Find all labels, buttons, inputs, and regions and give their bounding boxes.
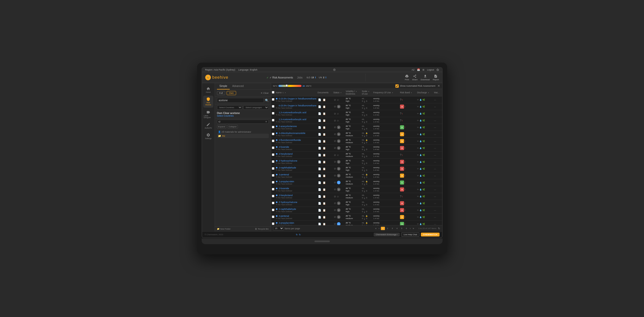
scale-s[interactable]: S (362, 162, 363, 164)
doc-button[interactable]: 📋 (322, 202, 326, 205)
chemical-name[interactable]: 2-hexyloctanol (279, 194, 293, 197)
select-countries-link[interactable]: Select Countries (217, 115, 269, 117)
doc-button[interactable]: 📋 (322, 222, 326, 225)
row-checkbox[interactable] (272, 98, 274, 101)
dis-filter-icon[interactable]: ▾ (428, 92, 429, 94)
scale-s[interactable]: S (362, 176, 363, 178)
page-3-button[interactable]: 3 (390, 227, 394, 230)
sds-button[interactable]: 📄 (318, 119, 322, 122)
live-chat-button[interactable]: Live Help Chat (401, 232, 419, 237)
status-edit-icon[interactable]: ⊘ (333, 195, 336, 198)
share-button[interactable]: Share (412, 74, 418, 81)
status-edit-icon[interactable]: ⊘ (333, 112, 336, 115)
automated-checkbox-input[interactable] (395, 84, 399, 88)
folder-item-r2[interactable]: 📁 R2 (217, 134, 269, 138)
calendar-icon[interactable]: 📅 (417, 69, 420, 71)
page-5-button[interactable]: 5 (399, 227, 404, 230)
doc-button[interactable]: 📋 (322, 188, 326, 191)
grid-icon[interactable]: ⊞ (422, 69, 424, 71)
scale-s[interactable]: S (362, 121, 363, 123)
toolbar-close-button[interactable]: ✕ (438, 84, 440, 88)
row-checkbox[interactable] (272, 216, 274, 218)
chemical-name[interactable]: 2-pentenal (279, 173, 289, 176)
select-all-checkbox[interactable] (272, 91, 274, 94)
scale-g[interactable]: G (366, 211, 367, 212)
refresh-button[interactable]: ↻ (438, 227, 440, 230)
temp-slider[interactable] (278, 84, 301, 87)
scale-g[interactable]: G (366, 218, 367, 219)
scale-g[interactable]: G (366, 155, 367, 157)
items-per-page-select[interactable]: 25 50 100 (273, 227, 284, 230)
status-edit-icon[interactable]: ⊘ (333, 174, 336, 177)
sds-button[interactable]: 📄 (318, 133, 322, 136)
status-edit-icon[interactable]: ⊘ (333, 208, 336, 212)
clear-filter-button[interactable]: ✕ Clear (261, 92, 269, 94)
scale-s[interactable]: S (362, 142, 363, 143)
scale-g[interactable]: G (366, 142, 367, 143)
doc-button[interactable]: 📋 (322, 195, 326, 198)
scale-s[interactable]: S (362, 190, 363, 192)
scale-s[interactable]: S (362, 197, 363, 199)
sidebar-item-label[interactable]: Label Designer (203, 109, 213, 120)
scale-s[interactable]: S (362, 135, 363, 137)
status-edit-icon[interactable]: ⊘ (333, 105, 336, 108)
scale-g[interactable]: G (366, 162, 367, 164)
page-2-button[interactable]: 2 (385, 227, 390, 230)
scale-l[interactable]: L (364, 135, 365, 137)
prev-page-button[interactable]: ‹ (378, 227, 380, 230)
logout-button[interactable]: Logout (427, 69, 434, 71)
row-checkbox[interactable] (272, 181, 274, 184)
scale-s[interactable]: S (362, 149, 363, 150)
doc-button[interactable]: 📋 (322, 209, 326, 212)
page-4-button[interactable]: 4 (395, 227, 399, 230)
sds-button[interactable]: 📄 (318, 188, 322, 191)
tab-simple[interactable]: Simple (217, 83, 230, 89)
scale-s[interactable]: S (362, 211, 363, 212)
folder-close-icon[interactable]: ✕ (265, 120, 267, 123)
doc-button[interactable]: 📋 (322, 146, 326, 150)
name-sort-icon[interactable]: ⇅ (282, 92, 284, 94)
scale-s[interactable]: S (362, 155, 363, 157)
scale-l[interactable]: L (364, 211, 365, 212)
chemical-name[interactable]: 1,3-Acetonedicarboxylic acid (279, 118, 306, 121)
scale-filter-icon[interactable]: ▾ (368, 90, 369, 92)
sds-button[interactable]: 📄 (318, 105, 322, 108)
risk-filter-icon[interactable]: ▾ (411, 92, 412, 94)
scale-g[interactable]: G (366, 100, 367, 102)
status-edit-icon[interactable]: ⊘ (333, 201, 336, 205)
scale-g[interactable]: G (366, 204, 367, 206)
chemical-name[interactable]: 2-azacycloctanone (279, 125, 297, 128)
scale-s[interactable]: S (362, 114, 363, 116)
scale-s[interactable]: S (362, 100, 363, 102)
scale-l[interactable]: L (364, 121, 365, 123)
scale-g[interactable]: G (366, 183, 367, 185)
doc-button[interactable]: 📋 (322, 119, 326, 122)
first-page-button[interactable]: « (374, 227, 378, 230)
filter-own[interactable]: Own (227, 91, 236, 95)
sds-button[interactable]: 📄 (318, 146, 322, 150)
name-filter-icon[interactable]: ▾ (285, 92, 286, 94)
sds-button[interactable]: 📄 (318, 195, 322, 198)
tab-advanced[interactable]: Advanced (230, 83, 246, 89)
status-edit-icon[interactable]: ⊘ (333, 167, 336, 170)
doc-button[interactable]: 📋 (322, 174, 326, 177)
row-checkbox[interactable] (272, 195, 274, 197)
scale-g[interactable]: G (366, 114, 367, 116)
doc-button[interactable]: 📋 (322, 181, 326, 184)
next-page-button[interactable]: › (409, 227, 411, 230)
page-6-button[interactable]: 6 (404, 227, 408, 230)
scale-s[interactable]: S (362, 183, 363, 185)
row-checkbox[interactable] (272, 119, 274, 121)
status-edit-icon[interactable]: ⊘ (333, 119, 336, 122)
sds-button[interactable]: 📄 (318, 167, 322, 171)
countries-select[interactable]: Select Countries (217, 105, 242, 110)
scale-l[interactable]: L (364, 128, 365, 130)
row-checkbox[interactable] (272, 174, 274, 177)
chemical-name[interactable]: 2-naphthaldehyde (279, 208, 296, 210)
scale-s[interactable]: S (362, 204, 363, 206)
sds-button[interactable]: 📄 (318, 181, 322, 184)
status-edit-icon[interactable]: ⊘ (333, 146, 336, 150)
filter-full[interactable]: Full (217, 91, 225, 95)
power-icon[interactable]: ⏻ (436, 69, 439, 71)
scale-g[interactable]: G (366, 169, 367, 171)
